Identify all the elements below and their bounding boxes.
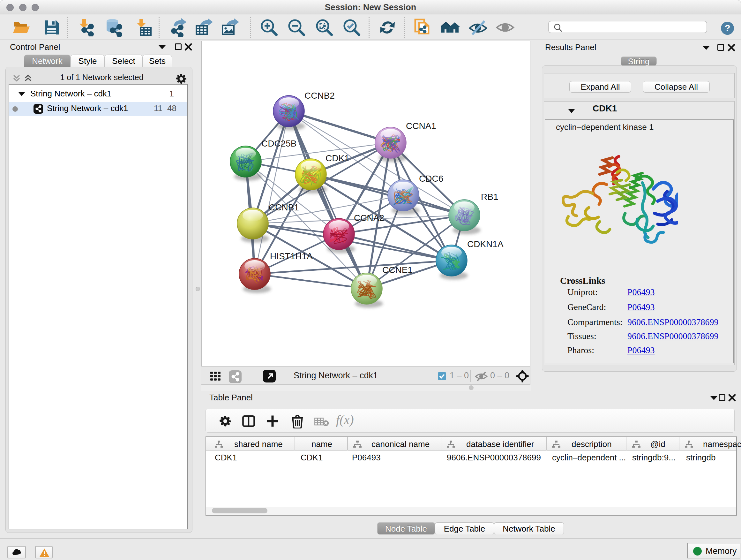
svg-text:CDK1: CDK1 (326, 153, 349, 163)
svg-text:CDC25B: CDC25B (261, 138, 296, 148)
svg-text:HIST1H1A: HIST1H1A (270, 251, 313, 261)
svg-text:CCNA1: CCNA1 (406, 121, 436, 131)
svg-text:CDC6: CDC6 (419, 174, 443, 184)
svg-text:RB1: RB1 (481, 192, 498, 202)
svg-text:CDKN1A: CDKN1A (467, 239, 503, 249)
svg-text:CCNE1: CCNE1 (382, 265, 413, 275)
svg-text:CCNA2: CCNA2 (354, 213, 384, 223)
svg-text:CCNB1: CCNB1 (269, 202, 299, 212)
svg-text:CCNB2: CCNB2 (305, 91, 335, 101)
